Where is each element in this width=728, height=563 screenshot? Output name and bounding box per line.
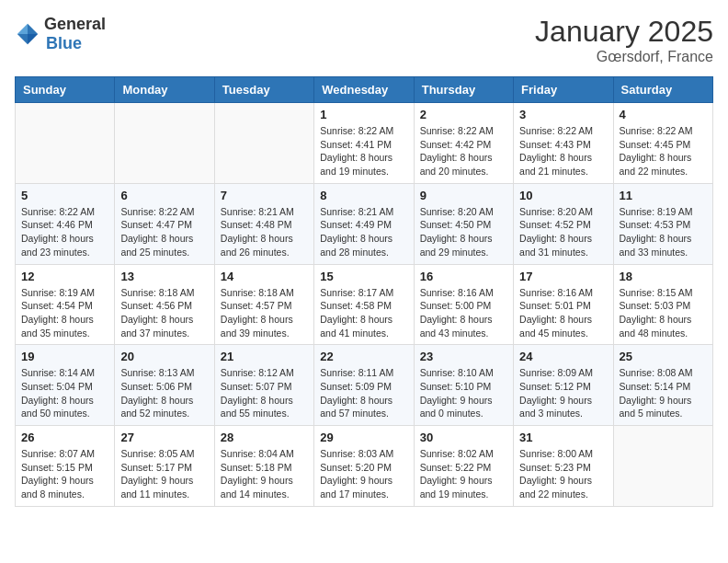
calendar-week-3: 19Sunrise: 8:14 AM Sunset: 5:04 PM Dayli… <box>16 345 713 426</box>
day-number: 21 <box>221 350 308 363</box>
day-info: Sunrise: 8:22 AM Sunset: 4:45 PM Dayligh… <box>620 124 707 178</box>
logo-text: General Blue <box>44 15 106 53</box>
day-number: 16 <box>420 270 507 283</box>
day-info: Sunrise: 8:22 AM Sunset: 4:46 PM Dayligh… <box>21 205 108 259</box>
calendar-week-2: 12Sunrise: 8:19 AM Sunset: 4:54 PM Dayli… <box>16 264 713 345</box>
title-block: January 2025 Gœrsdorf, France <box>535 15 713 65</box>
day-info: Sunrise: 8:21 AM Sunset: 4:48 PM Dayligh… <box>221 205 308 259</box>
calendar-week-0: 1Sunrise: 8:22 AM Sunset: 4:41 PM Daylig… <box>16 103 713 184</box>
calendar-cell: 7Sunrise: 8:21 AM Sunset: 4:48 PM Daylig… <box>214 183 313 264</box>
day-number: 6 <box>120 189 208 202</box>
day-number: 31 <box>519 431 607 444</box>
day-number: 1 <box>320 108 407 121</box>
day-number: 8 <box>320 189 407 202</box>
day-number: 30 <box>420 431 507 444</box>
day-number: 23 <box>420 350 507 363</box>
day-number: 20 <box>120 350 208 363</box>
calendar-cell <box>16 103 115 184</box>
day-number: 22 <box>320 350 407 363</box>
day-info: Sunrise: 8:13 AM Sunset: 5:06 PM Dayligh… <box>120 366 208 420</box>
day-number: 5 <box>21 189 108 202</box>
month-title: January 2025 <box>535 15 713 49</box>
day-info: Sunrise: 8:17 AM Sunset: 4:58 PM Dayligh… <box>320 286 407 340</box>
calendar-cell: 15Sunrise: 8:17 AM Sunset: 4:58 PM Dayli… <box>314 264 414 345</box>
day-header-saturday: Saturday <box>613 77 712 103</box>
day-info: Sunrise: 8:20 AM Sunset: 4:50 PM Dayligh… <box>420 205 507 259</box>
day-header-tuesday: Tuesday <box>214 77 313 103</box>
day-number: 7 <box>221 189 308 202</box>
day-info: Sunrise: 8:10 AM Sunset: 5:10 PM Dayligh… <box>420 366 507 420</box>
day-number: 26 <box>21 431 108 444</box>
day-info: Sunrise: 8:18 AM Sunset: 4:57 PM Dayligh… <box>221 286 308 340</box>
calendar-cell: 22Sunrise: 8:11 AM Sunset: 5:09 PM Dayli… <box>314 345 414 426</box>
day-info: Sunrise: 8:12 AM Sunset: 5:07 PM Dayligh… <box>221 366 308 420</box>
calendar-cell: 12Sunrise: 8:19 AM Sunset: 4:54 PM Dayli… <box>16 264 115 345</box>
logo: General Blue <box>15 15 106 53</box>
calendar-cell: 20Sunrise: 8:13 AM Sunset: 5:06 PM Dayli… <box>115 345 214 426</box>
calendar-cell: 31Sunrise: 8:00 AM Sunset: 5:23 PM Dayli… <box>514 426 613 507</box>
calendar-cell: 8Sunrise: 8:21 AM Sunset: 4:49 PM Daylig… <box>314 183 414 264</box>
day-info: Sunrise: 8:08 AM Sunset: 5:14 PM Dayligh… <box>620 366 707 420</box>
day-number: 2 <box>420 108 507 121</box>
day-info: Sunrise: 8:09 AM Sunset: 5:12 PM Dayligh… <box>519 366 607 420</box>
day-number: 3 <box>519 108 607 121</box>
day-number: 18 <box>620 270 707 283</box>
svg-marker-3 <box>17 34 28 44</box>
day-info: Sunrise: 8:19 AM Sunset: 4:53 PM Dayligh… <box>620 205 707 259</box>
day-info: Sunrise: 8:07 AM Sunset: 5:15 PM Dayligh… <box>21 447 108 501</box>
day-info: Sunrise: 8:11 AM Sunset: 5:09 PM Dayligh… <box>320 366 407 420</box>
logo-blue: Blue <box>46 34 82 52</box>
day-info: Sunrise: 8:03 AM Sunset: 5:20 PM Dayligh… <box>320 447 407 501</box>
day-header-sunday: Sunday <box>16 77 115 103</box>
logo-icon <box>15 21 40 47</box>
day-number: 10 <box>519 189 607 202</box>
day-header-monday: Monday <box>115 77 214 103</box>
calendar-week-4: 26Sunrise: 8:07 AM Sunset: 5:15 PM Dayli… <box>16 426 713 507</box>
svg-marker-0 <box>28 24 38 34</box>
day-number: 9 <box>420 189 507 202</box>
calendar-cell: 1Sunrise: 8:22 AM Sunset: 4:41 PM Daylig… <box>314 103 414 184</box>
day-header-wednesday: Wednesday <box>314 77 414 103</box>
day-info: Sunrise: 8:18 AM Sunset: 4:56 PM Dayligh… <box>120 286 208 340</box>
day-number: 24 <box>519 350 607 363</box>
calendar-cell: 5Sunrise: 8:22 AM Sunset: 4:46 PM Daylig… <box>16 183 115 264</box>
day-number: 4 <box>620 108 707 121</box>
calendar-cell: 19Sunrise: 8:14 AM Sunset: 5:04 PM Dayli… <box>16 345 115 426</box>
page-header: General Blue January 2025 Gœrsdorf, Fran… <box>15 15 713 65</box>
calendar-cell: 18Sunrise: 8:15 AM Sunset: 5:03 PM Dayli… <box>613 264 712 345</box>
calendar-cell: 26Sunrise: 8:07 AM Sunset: 5:15 PM Dayli… <box>16 426 115 507</box>
day-info: Sunrise: 8:22 AM Sunset: 4:41 PM Dayligh… <box>320 124 407 178</box>
day-info: Sunrise: 8:19 AM Sunset: 4:54 PM Dayligh… <box>21 286 108 340</box>
calendar-cell: 13Sunrise: 8:18 AM Sunset: 4:56 PM Dayli… <box>115 264 214 345</box>
location-title: Gœrsdorf, France <box>535 49 713 65</box>
calendar-cell: 23Sunrise: 8:10 AM Sunset: 5:10 PM Dayli… <box>414 345 513 426</box>
calendar-cell: 4Sunrise: 8:22 AM Sunset: 4:45 PM Daylig… <box>613 103 712 184</box>
day-number: 27 <box>120 431 208 444</box>
day-info: Sunrise: 8:21 AM Sunset: 4:49 PM Dayligh… <box>320 205 407 259</box>
calendar-cell: 25Sunrise: 8:08 AM Sunset: 5:14 PM Dayli… <box>613 345 712 426</box>
day-number: 28 <box>221 431 308 444</box>
calendar-week-1: 5Sunrise: 8:22 AM Sunset: 4:46 PM Daylig… <box>16 183 713 264</box>
day-info: Sunrise: 8:22 AM Sunset: 4:43 PM Dayligh… <box>519 124 607 178</box>
day-number: 29 <box>320 431 407 444</box>
calendar-cell: 17Sunrise: 8:16 AM Sunset: 5:01 PM Dayli… <box>514 264 613 345</box>
day-info: Sunrise: 8:22 AM Sunset: 4:42 PM Dayligh… <box>420 124 507 178</box>
day-number: 25 <box>620 350 707 363</box>
calendar-cell: 24Sunrise: 8:09 AM Sunset: 5:12 PM Dayli… <box>514 345 613 426</box>
svg-marker-1 <box>17 24 28 34</box>
calendar-cell: 9Sunrise: 8:20 AM Sunset: 4:50 PM Daylig… <box>414 183 513 264</box>
day-number: 11 <box>620 189 707 202</box>
calendar-cell: 28Sunrise: 8:04 AM Sunset: 5:18 PM Dayli… <box>214 426 313 507</box>
day-info: Sunrise: 8:16 AM Sunset: 5:01 PM Dayligh… <box>519 286 607 340</box>
day-number: 17 <box>519 270 607 283</box>
calendar-cell: 11Sunrise: 8:19 AM Sunset: 4:53 PM Dayli… <box>613 183 712 264</box>
day-number: 14 <box>221 270 308 283</box>
calendar-cell: 29Sunrise: 8:03 AM Sunset: 5:20 PM Dayli… <box>314 426 414 507</box>
day-number: 13 <box>120 270 208 283</box>
calendar-cell <box>613 426 712 507</box>
calendar-table: SundayMondayTuesdayWednesdayThursdayFrid… <box>15 76 713 507</box>
calendar-cell <box>214 103 313 184</box>
day-info: Sunrise: 8:22 AM Sunset: 4:47 PM Dayligh… <box>120 205 208 259</box>
day-number: 12 <box>21 270 108 283</box>
day-info: Sunrise: 8:16 AM Sunset: 5:00 PM Dayligh… <box>420 286 507 340</box>
